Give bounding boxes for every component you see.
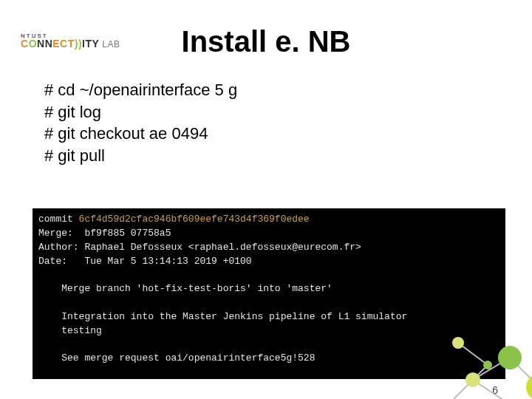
svg-point-9 (526, 374, 532, 399)
logo-c: C (21, 38, 29, 50)
terminal-msg: Merge branch 'hot-fix-test-boris' into '… (38, 282, 499, 296)
commit-hash: 6cf4d59d2cfac946bf609eefe743d4f369f0edee (79, 214, 310, 225)
terminal-msg: testing (38, 324, 499, 338)
svg-line-3 (510, 358, 532, 387)
logo-lab: LAB (102, 39, 120, 50)
command-line: # git pull (44, 145, 532, 167)
terminal-msg: See merge request oai/openairinterface5g… (38, 352, 499, 366)
svg-line-0 (436, 380, 473, 399)
terminal-merge: Merge: bf9f885 07758a5 (38, 227, 499, 241)
slide: NTUST CONNECT))ITYLAB Install e. NB # cd… (0, 25, 532, 399)
logo-ity: ITY (82, 38, 99, 50)
terminal-commit: commit 6cf4d59d2cfac946bf609eefe743d4f36… (38, 213, 499, 227)
command-line: # git log (44, 101, 532, 123)
command-line: # cd ~/openairinterface 5 g (44, 79, 532, 101)
logo: NTUST CONNECT))ITYLAB (21, 33, 120, 50)
terminal-author: Author: Raphael Defosseux <raphael.defos… (38, 241, 499, 255)
logo-o: O (29, 38, 37, 50)
command-list: # cd ~/openairinterface 5 g # git log # … (44, 79, 532, 167)
page-number: 6 (492, 384, 498, 396)
wifi-icon: )) (75, 38, 82, 50)
terminal-msg: Integration into the Master Jenkins pipe… (38, 310, 499, 324)
terminal-blank (38, 268, 499, 282)
logo-nn: NN (37, 38, 52, 50)
command-line: # git checkout ae 0494 (44, 123, 532, 145)
terminal-blank (38, 296, 499, 310)
logo-ect: ECT (52, 38, 75, 50)
terminal-blank (38, 338, 499, 352)
terminal-date: Date: Tue Mar 5 13:14:13 2019 +0100 (38, 255, 499, 269)
terminal-output: commit 6cf4d59d2cfac946bf609eefe743d4f36… (33, 208, 505, 379)
